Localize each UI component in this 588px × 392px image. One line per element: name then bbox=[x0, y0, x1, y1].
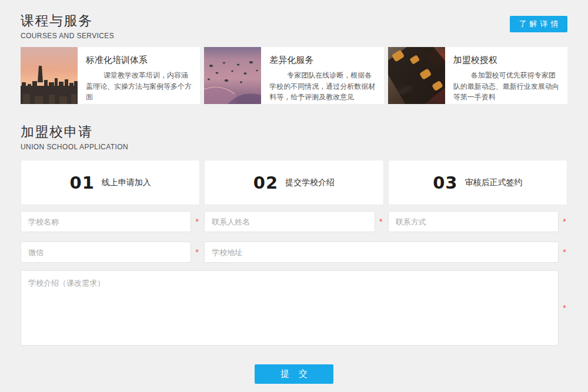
required-marker: * bbox=[194, 217, 200, 226]
application-steps: 01 线上申请加入 02 提交学校介绍 03 审核后正式签约 bbox=[21, 160, 567, 205]
contact-phone-field: * bbox=[388, 211, 567, 232]
card-standardized-training: 标准化培训体系 课堂教学改革培训，内容涵盖理论、实操方法与案例等多个方面 bbox=[21, 47, 200, 104]
submit-button[interactable]: 提交 bbox=[255, 364, 333, 384]
step-label: 提交学校介绍 bbox=[285, 177, 335, 188]
card-description: 专家团队在线诊断，根据各学校的不同情况，通过分析数据材料等，给予评测及教改意见 bbox=[269, 70, 377, 103]
step-sign-contract: 03 审核后正式签约 bbox=[388, 160, 567, 205]
required-marker: * bbox=[194, 248, 200, 256]
school-introduction-textarea[interactable] bbox=[21, 270, 559, 346]
step-submit-introduction: 02 提交学校介绍 bbox=[204, 160, 383, 205]
school-address-input[interactable] bbox=[204, 242, 559, 263]
step-number: 03 bbox=[433, 173, 457, 193]
school-introduction-field: * bbox=[21, 270, 567, 346]
courses-subtitle: COURSES AND SERVICES bbox=[21, 32, 114, 40]
courses-title: 课程与服务 bbox=[21, 12, 114, 30]
city-skyline-image bbox=[21, 47, 78, 104]
school-name-input[interactable] bbox=[21, 211, 191, 232]
step-label: 审核后正式签约 bbox=[465, 177, 523, 188]
card-body: 加盟校授权 各加盟校可优先获得专家团队的最新动态、最新行业发展动向等第一手资料 bbox=[445, 47, 567, 104]
card-franchise-authorization: 加盟校授权 各加盟校可优先获得专家团队的最新动态、最新行业发展动向等第一手资料 bbox=[388, 47, 567, 104]
courses-section-header: 课程与服务 COURSES AND SERVICES 了解详情 bbox=[21, 0, 567, 40]
film-strip-image bbox=[388, 47, 445, 104]
contact-name-field: * bbox=[204, 211, 383, 232]
step-number: 02 bbox=[253, 173, 278, 193]
wechat-input[interactable] bbox=[21, 242, 191, 263]
application-form: * * * * * bbox=[21, 211, 567, 384]
application-section-header: 加盟校申请 UNION SCHOOL APPLICATION bbox=[21, 123, 567, 151]
card-description: 各加盟校可优先获得专家团队的最新动态、最新行业发展动向等第一手资料 bbox=[453, 70, 562, 103]
contact-phone-input[interactable] bbox=[388, 211, 559, 232]
step-number: 01 bbox=[69, 173, 94, 193]
card-description: 课堂教学改革培训，内容涵盖理论、实操方法与案例等多个方面 bbox=[86, 70, 194, 103]
school-name-field: * bbox=[21, 211, 200, 232]
required-marker: * bbox=[562, 248, 567, 256]
school-address-field: * bbox=[204, 242, 567, 263]
required-marker: * bbox=[562, 304, 567, 312]
application-title: 加盟校申请 bbox=[21, 123, 567, 141]
card-title: 标准化培训体系 bbox=[86, 55, 194, 66]
page: 课程与服务 COURSES AND SERVICES 了解详情 bbox=[0, 0, 588, 392]
step-label: 线上申请加入 bbox=[102, 177, 151, 188]
application-subtitle: UNION SCHOOL APPLICATION bbox=[21, 143, 567, 151]
learn-more-button[interactable]: 了解详情 bbox=[510, 16, 567, 32]
desert-dunes-image bbox=[204, 47, 261, 104]
wechat-field: * bbox=[21, 242, 200, 263]
card-title: 差异化服务 bbox=[269, 55, 377, 66]
required-marker: * bbox=[378, 217, 384, 226]
required-marker: * bbox=[562, 217, 567, 226]
courses-title-block: 课程与服务 COURSES AND SERVICES bbox=[21, 0, 114, 40]
card-body: 差异化服务 专家团队在线诊断，根据各学校的不同情况，通过分析数据材料等，给予评测… bbox=[261, 47, 383, 104]
service-cards: 标准化培训体系 课堂教学改革培训，内容涵盖理论、实操方法与案例等多个方面 bbox=[21, 47, 567, 104]
contact-name-input[interactable] bbox=[204, 211, 375, 232]
card-body: 标准化培训体系 课堂教学改革培训，内容涵盖理论、实操方法与案例等多个方面 bbox=[78, 47, 200, 104]
card-title: 加盟校授权 bbox=[453, 55, 562, 66]
card-differentiated-service: 差异化服务 专家团队在线诊断，根据各学校的不同情况，通过分析数据材料等，给予评测… bbox=[204, 47, 383, 104]
step-apply-online: 01 线上申请加入 bbox=[21, 160, 200, 205]
